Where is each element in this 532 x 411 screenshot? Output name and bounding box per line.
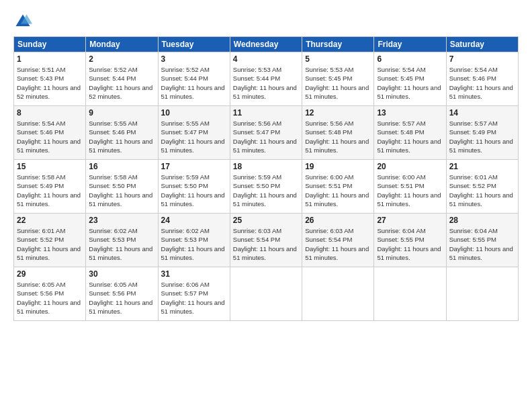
day-19: 19Sunrise: 6:00 AMSunset: 5:51 PMDayligh… — [302, 160, 374, 214]
day-info: Sunrise: 5:56 AMSunset: 5:48 PMDaylight:… — [305, 119, 371, 154]
logo — [13, 12, 35, 31]
day-28: 28Sunrise: 6:04 AMSunset: 5:55 PMDayligh… — [446, 214, 518, 267]
day-number: 12 — [305, 108, 371, 118]
day-info: Sunrise: 6:06 AMSunset: 5:57 PMDaylight:… — [161, 280, 227, 316]
day-info: Sunrise: 6:05 AMSunset: 5:56 PMDaylight:… — [17, 280, 83, 316]
day-18: 18Sunrise: 5:59 AMSunset: 5:50 PMDayligh… — [230, 160, 302, 214]
empty-cell — [302, 267, 374, 321]
calendar-table: SundayMondayTuesdayWednesdayThursdayFrid… — [13, 36, 519, 321]
day-info: Sunrise: 6:04 AMSunset: 5:55 PMDaylight:… — [449, 226, 515, 262]
day-16: 16Sunrise: 5:58 AMSunset: 5:50 PMDayligh… — [86, 160, 158, 214]
day-number: 27 — [377, 216, 443, 225]
day-number: 24 — [161, 216, 227, 225]
col-header-monday: Monday — [86, 37, 158, 52]
day-1: 1Sunrise: 5:51 AMSunset: 5:43 PMDaylight… — [14, 52, 86, 106]
day-info: Sunrise: 6:02 AMSunset: 5:53 PMDaylight:… — [89, 226, 154, 262]
day-number: 31 — [161, 269, 227, 279]
day-info: Sunrise: 5:53 AMSunset: 5:44 PMDaylight:… — [233, 65, 299, 101]
day-5: 5Sunrise: 5:53 AMSunset: 5:45 PMDaylight… — [302, 52, 374, 106]
calendar-week-1: 1Sunrise: 5:51 AMSunset: 5:43 PMDaylight… — [14, 52, 519, 106]
day-12: 12Sunrise: 5:56 AMSunset: 5:48 PMDayligh… — [302, 106, 374, 160]
day-number: 13 — [377, 108, 443, 118]
calendar-week-4: 22Sunrise: 6:01 AMSunset: 5:52 PMDayligh… — [14, 214, 519, 267]
day-number: 22 — [17, 216, 83, 225]
col-header-sunday: Sunday — [14, 37, 86, 52]
day-info: Sunrise: 5:52 AMSunset: 5:44 PMDaylight:… — [161, 65, 227, 101]
day-info: Sunrise: 5:55 AMSunset: 5:46 PMDaylight:… — [89, 119, 154, 154]
day-number: 19 — [305, 162, 371, 171]
day-info: Sunrise: 6:03 AMSunset: 5:54 PMDaylight:… — [233, 226, 299, 262]
day-number: 5 — [305, 54, 371, 64]
day-3: 3Sunrise: 5:52 AMSunset: 5:44 PMDaylight… — [158, 52, 230, 106]
calendar-week-5: 29Sunrise: 6:05 AMSunset: 5:56 PMDayligh… — [14, 267, 519, 321]
day-info: Sunrise: 5:52 AMSunset: 5:44 PMDaylight:… — [89, 65, 154, 101]
day-info: Sunrise: 6:05 AMSunset: 5:56 PMDaylight:… — [89, 280, 154, 316]
day-31: 31Sunrise: 6:06 AMSunset: 5:57 PMDayligh… — [158, 267, 230, 321]
empty-cell — [446, 267, 518, 321]
day-number: 3 — [161, 54, 227, 64]
day-info: Sunrise: 5:58 AMSunset: 5:49 PMDaylight:… — [17, 173, 83, 208]
day-number: 28 — [449, 216, 515, 225]
col-header-tuesday: Tuesday — [158, 37, 230, 52]
day-10: 10Sunrise: 5:55 AMSunset: 5:47 PMDayligh… — [158, 106, 230, 160]
calendar-week-2: 8Sunrise: 5:54 AMSunset: 5:46 PMDaylight… — [14, 106, 519, 160]
day-15: 15Sunrise: 5:58 AMSunset: 5:49 PMDayligh… — [14, 160, 86, 214]
day-29: 29Sunrise: 6:05 AMSunset: 5:56 PMDayligh… — [14, 267, 86, 321]
day-info: Sunrise: 6:02 AMSunset: 5:53 PMDaylight:… — [161, 226, 227, 262]
day-info: Sunrise: 5:57 AMSunset: 5:49 PMDaylight:… — [449, 119, 515, 154]
col-header-saturday: Saturday — [446, 37, 518, 52]
day-number: 11 — [233, 108, 299, 118]
calendar-week-3: 15Sunrise: 5:58 AMSunset: 5:49 PMDayligh… — [14, 160, 519, 214]
day-14: 14Sunrise: 5:57 AMSunset: 5:49 PMDayligh… — [446, 106, 518, 160]
day-info: Sunrise: 5:57 AMSunset: 5:48 PMDaylight:… — [377, 119, 443, 154]
day-number: 10 — [161, 108, 227, 118]
col-header-thursday: Thursday — [302, 37, 374, 52]
day-info: Sunrise: 5:58 AMSunset: 5:50 PMDaylight:… — [89, 173, 154, 208]
day-number: 7 — [449, 54, 515, 64]
day-number: 14 — [449, 108, 515, 118]
day-22: 22Sunrise: 6:01 AMSunset: 5:52 PMDayligh… — [14, 214, 86, 267]
logo-icon — [13, 12, 32, 31]
day-number: 23 — [89, 216, 154, 225]
day-info: Sunrise: 6:00 AMSunset: 5:51 PMDaylight:… — [377, 173, 443, 208]
day-number: 2 — [89, 54, 154, 64]
day-23: 23Sunrise: 6:02 AMSunset: 5:53 PMDayligh… — [86, 214, 158, 267]
day-info: Sunrise: 5:51 AMSunset: 5:43 PMDaylight:… — [17, 65, 83, 101]
day-number: 4 — [233, 54, 299, 64]
day-30: 30Sunrise: 6:05 AMSunset: 5:56 PMDayligh… — [86, 267, 158, 321]
day-13: 13Sunrise: 5:57 AMSunset: 5:48 PMDayligh… — [374, 106, 446, 160]
day-info: Sunrise: 5:54 AMSunset: 5:45 PMDaylight:… — [377, 65, 443, 101]
day-25: 25Sunrise: 6:03 AMSunset: 5:54 PMDayligh… — [230, 214, 302, 267]
empty-cell — [230, 267, 302, 321]
day-2: 2Sunrise: 5:52 AMSunset: 5:44 PMDaylight… — [86, 52, 158, 106]
day-number: 26 — [305, 216, 371, 225]
day-info: Sunrise: 6:01 AMSunset: 5:52 PMDaylight:… — [449, 173, 515, 208]
day-number: 16 — [89, 162, 154, 171]
header — [13, 12, 519, 31]
day-24: 24Sunrise: 6:02 AMSunset: 5:53 PMDayligh… — [158, 214, 230, 267]
day-info: Sunrise: 6:04 AMSunset: 5:55 PMDaylight:… — [377, 226, 443, 262]
day-number: 6 — [377, 54, 443, 64]
day-number: 18 — [233, 162, 299, 171]
day-info: Sunrise: 5:53 AMSunset: 5:45 PMDaylight:… — [305, 65, 371, 101]
day-info: Sunrise: 6:01 AMSunset: 5:52 PMDaylight:… — [17, 226, 83, 262]
day-20: 20Sunrise: 6:00 AMSunset: 5:51 PMDayligh… — [374, 160, 446, 214]
day-info: Sunrise: 5:59 AMSunset: 5:50 PMDaylight:… — [233, 173, 299, 208]
day-number: 1 — [17, 54, 83, 64]
day-6: 6Sunrise: 5:54 AMSunset: 5:45 PMDaylight… — [374, 52, 446, 106]
day-9: 9Sunrise: 5:55 AMSunset: 5:46 PMDaylight… — [86, 106, 158, 160]
day-info: Sunrise: 5:55 AMSunset: 5:47 PMDaylight:… — [161, 119, 227, 154]
day-number: 21 — [449, 162, 515, 171]
day-11: 11Sunrise: 5:56 AMSunset: 5:47 PMDayligh… — [230, 106, 302, 160]
day-7: 7Sunrise: 5:54 AMSunset: 5:46 PMDaylight… — [446, 52, 518, 106]
page: SundayMondayTuesdayWednesdayThursdayFrid… — [0, 0, 532, 411]
col-header-wednesday: Wednesday — [230, 37, 302, 52]
empty-cell — [374, 267, 446, 321]
day-number: 20 — [377, 162, 443, 171]
day-21: 21Sunrise: 6:01 AMSunset: 5:52 PMDayligh… — [446, 160, 518, 214]
day-27: 27Sunrise: 6:04 AMSunset: 5:55 PMDayligh… — [374, 214, 446, 267]
day-26: 26Sunrise: 6:03 AMSunset: 5:54 PMDayligh… — [302, 214, 374, 267]
day-number: 29 — [17, 269, 83, 279]
day-number: 30 — [89, 269, 154, 279]
day-8: 8Sunrise: 5:54 AMSunset: 5:46 PMDaylight… — [14, 106, 86, 160]
